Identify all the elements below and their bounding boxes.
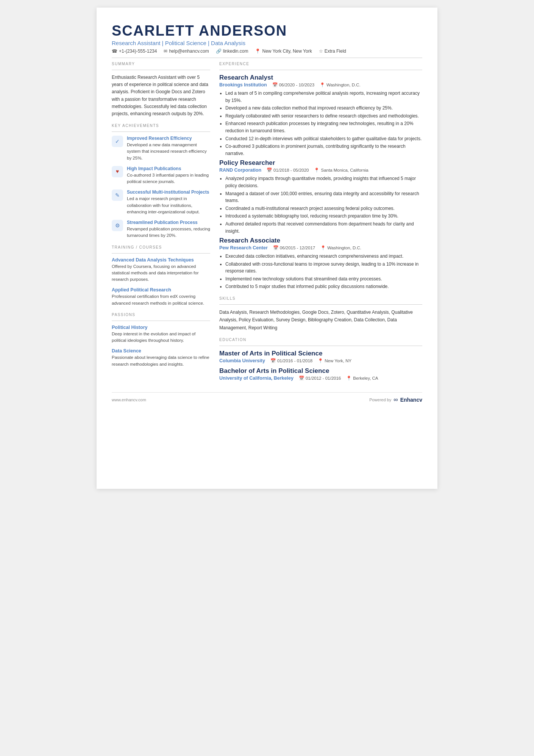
brand-icon: ∞ [393,396,398,403]
edu-degree-1: Master of Arts in Political Science [219,350,422,357]
job-dates-2: 📅 01/2018 - 05/2020 [267,167,309,173]
achievement-icon-4: ⚙ [112,220,123,231]
achievement-content-4: Streamlined Publication Process Revamped… [127,220,210,239]
achievement-item-3: ✎ Successful Multi-institutional Project… [112,189,210,215]
achievement-title-4: Streamlined Publication Process [127,220,210,225]
candidate-name: SCARLETT ANDERSON [112,23,422,39]
bullet-2-5: Authored detailed reports that received … [225,221,422,235]
edu-degree-2: Bachelor of Arts in Political Science [219,367,422,375]
calendar-icon-3: 📅 [273,245,278,250]
training-item-1: Advanced Data Analysis Techniques Offere… [112,257,210,283]
training-section-label: TRAINING / COURSES [112,245,210,249]
passions-section-label: PASSIONS [112,313,210,317]
achievement-item-4: ⚙ Streamlined Publication Process Revamp… [112,220,210,239]
achievement-icon-3: ✎ [112,189,123,201]
job-company-3: Pew Research Center [219,245,268,250]
edu-meta-2: University of California, Berkeley 📅 01/… [219,376,422,381]
summary-text: Enthusiastic Research Assistant with ove… [112,74,210,117]
job-meta-3: Pew Research Center 📅 06/2015 - 12/2017 … [219,245,422,250]
bullet-3-1: Executed data collection initiatives, en… [225,253,422,260]
achievement-desc-4: Revamped publication processes, reducing… [127,226,210,239]
bullet-2-4: Introduced a systematic bibliography too… [225,213,422,220]
achievement-icon-1: ✓ [112,136,123,147]
phone-icon: ☎ [112,49,117,54]
job-1: Research Analyst Brookings Institution 📅… [219,74,422,157]
left-column: SUMMARY Enthusiastic Research Assistant … [112,62,210,381]
pin-icon-3: 📍 [320,245,326,250]
job-company-2: RAND Corporation [219,167,261,173]
job-bullets-3: Executed data collection initiatives, en… [219,253,422,290]
location-contact: 📍 New York City, New York [255,49,312,54]
skills-section-label: SKILLS [219,296,422,301]
passion-item-1: Political History Deep interest in the e… [112,325,210,344]
achievement-content-1: Improved Research Efficiency Developed a… [127,136,210,161]
pin-icon-edu-2: 📍 [346,376,351,381]
job-2: Policy Researcher RAND Corporation 📅 01/… [219,159,422,235]
candidate-title: Research Assistant | Political Science |… [112,40,422,46]
edu-item-1: Master of Arts in Political Science Colu… [219,350,422,363]
resume-document: SCARLETT ANDERSON Research Assistant | P… [97,8,437,489]
achievement-item-2: ♥ High Impact Publications Co-authored 3… [112,166,210,185]
achievement-desc-2: Co-authored 3 influential papers in lead… [127,172,210,185]
training-desc-1: Offered by Coursera, focusing on advance… [112,263,210,283]
job-company-1: Brookings Institution [219,82,267,88]
extra-contact: ☆ Extra Field [319,49,346,54]
body-layout: SUMMARY Enthusiastic Research Assistant … [112,62,422,381]
edu-item-2: Bachelor of Arts in Political Science Un… [219,367,422,381]
bullet-3-4: Contributed to 5 major studies that info… [225,283,422,290]
job-dates-3: 📅 06/2015 - 12/2017 [273,245,315,250]
achievement-content-3: Successful Multi-institutional Projects … [127,189,210,215]
edu-dates-2: 📅 01/2012 - 01/2016 [299,376,341,381]
passion-title-2: Data Science [112,348,210,354]
bullet-2-3: Coordinated a multi-institutional resear… [225,205,422,212]
job-title-3: Research Associate [219,237,422,244]
bullet-1-6: Co-authored 3 publications in prominent … [225,143,422,157]
edu-school-2: University of California, Berkeley [219,376,294,381]
job-3: Research Associate Pew Research Center 📅… [219,237,422,290]
right-column: EXPERIENCE Research Analyst Brookings In… [219,62,422,381]
achievement-desc-1: Developed a new data management system t… [127,142,210,161]
email-contact: ✉ help@enhancv.com [164,49,209,54]
job-meta-2: RAND Corporation 📅 01/2018 - 05/2020 📍 S… [219,167,422,173]
powered-by-label: Powered by [369,398,391,402]
passion-item-2: Data Science Passionate about leveraging… [112,348,210,368]
bullet-2-1: Analyzed policy impacts through quantita… [225,175,422,189]
bullet-1-3: Regularly collaborated with senior resea… [225,113,422,120]
footer: www.enhancv.com Powered by ∞ Enhancv [112,392,422,403]
calendar-icon-edu-2: 📅 [299,376,304,381]
training-title-1: Advanced Data Analysis Techniques [112,257,210,263]
job-location-2: 📍 Santa Monica, California [314,167,368,173]
job-title-2: Policy Researcher [219,159,422,167]
location-icon: 📍 [255,49,261,54]
job-bullets-1: Led a team of 5 in compiling comprehensi… [219,90,422,157]
contact-bar: ☎ +1-(234)-555-1234 ✉ help@enhancv.com 🔗… [112,49,422,54]
passion-title-1: Political History [112,325,210,330]
edu-location-1: 📍 New York, NY [318,358,351,363]
bullet-2-2: Managed a dataset of over 100,000 entrie… [225,190,422,204]
achievement-icon-2: ♥ [112,166,123,177]
pin-icon-1: 📍 [320,82,325,88]
training-desc-2: Professional certification from edX cove… [112,293,210,307]
bullet-1-1: Led a team of 5 in compiling comprehensi… [225,90,422,104]
skills-text: Data Analysis, Research Methodologies, G… [219,308,422,332]
linkedin-contact: 🔗 linkedin.com [216,49,248,54]
bullet-1-4: Enhanced research publication processes … [225,120,422,134]
pin-icon-2: 📍 [314,167,319,173]
education-section-label: EDUCATION [219,338,422,342]
achievement-title-2: High Impact Publications [127,166,210,171]
training-item-2: Applied Political Research Professional … [112,287,210,307]
job-location-1: 📍 Washington, D.C. [320,82,361,88]
calendar-icon-edu-1: 📅 [270,358,276,363]
edu-dates-1: 📅 01/2016 - 01/2018 [270,358,312,363]
achievement-title-3: Successful Multi-institutional Projects [127,189,210,195]
bullet-3-3: Implemented new technology solutions tha… [225,275,422,283]
edu-location-2: 📍 Berkeley, CA [346,376,378,381]
star-icon: ☆ [319,49,323,54]
brand-name: Enhancv [400,397,422,403]
phone-contact: ☎ +1-(234)-555-1234 [112,49,157,54]
achievement-content-2: High Impact Publications Co-authored 3 i… [127,166,210,185]
calendar-icon-1: 📅 [272,82,278,88]
job-meta-1: Brookings Institution 📅 06/2020 - 10/202… [219,82,422,88]
passion-desc-2: Passionate about leveraging data science… [112,354,210,368]
bullet-3-2: Collaborated with cross-functional teams… [225,261,422,275]
